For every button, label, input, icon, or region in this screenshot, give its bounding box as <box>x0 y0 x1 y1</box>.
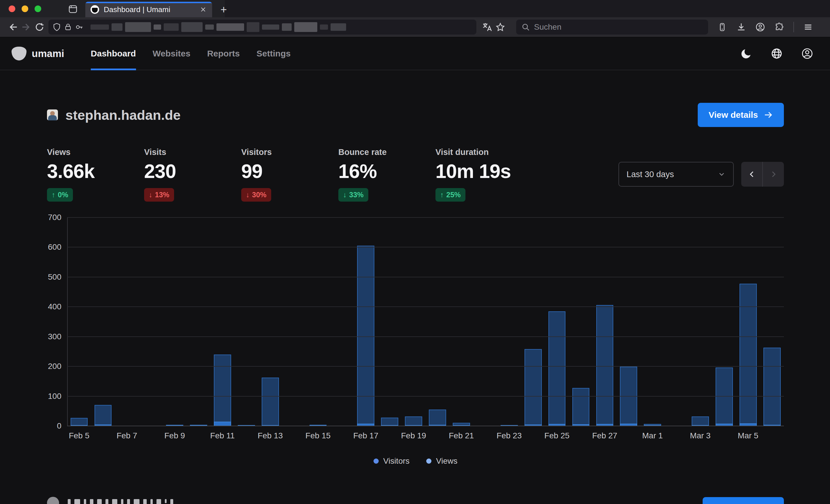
day-slot-feb-23 <box>497 217 521 426</box>
day-slot-mar-5 <box>736 217 760 426</box>
metric-value: 99 <box>241 160 338 182</box>
change-badge: ↓33% <box>338 188 368 202</box>
tab-close-icon[interactable] <box>199 6 207 13</box>
menu-icon[interactable] <box>801 21 815 34</box>
views-bar[interactable] <box>71 418 88 426</box>
extensions-icon[interactable] <box>773 21 786 34</box>
x-tick-label: Feb 7 <box>117 431 137 440</box>
brand[interactable]: umami <box>11 37 64 70</box>
nav-items: DashboardWebsitesReportsSettings <box>91 37 291 70</box>
views-bar[interactable] <box>739 284 757 426</box>
metric-value: 230 <box>144 160 241 182</box>
cutoff-letter-shape <box>90 499 93 504</box>
devices-icon[interactable] <box>715 21 729 34</box>
day-slot-feb-22 <box>473 217 497 426</box>
date-filter: Last 30 days <box>618 162 784 187</box>
previous-period-button[interactable] <box>741 162 762 187</box>
x-tick-label: Feb 11 <box>210 431 234 440</box>
views-bar[interactable] <box>596 305 613 426</box>
visitors-bar[interactable] <box>214 422 231 426</box>
views-bar[interactable] <box>524 349 542 426</box>
account-icon[interactable] <box>754 21 767 34</box>
language-globe-icon[interactable] <box>771 47 783 60</box>
redacted-block <box>154 25 161 30</box>
close-window-button[interactable] <box>9 5 15 12</box>
views-bar[interactable] <box>572 388 589 426</box>
chart-legend: VisitorsViews <box>47 457 784 466</box>
browser-titlebar: Dashboard | Umami + <box>0 0 830 17</box>
metric-value: 16% <box>338 160 436 182</box>
views-bar[interactable] <box>405 416 422 426</box>
redacted-block <box>111 23 123 31</box>
nav-item-settings[interactable]: Settings <box>256 37 290 70</box>
metric-views: Views3.66k↑0% <box>47 147 144 202</box>
view-details-button[interactable]: View details <box>698 103 784 127</box>
second-view-details-button[interactable] <box>703 497 784 504</box>
date-range-dropdown[interactable]: Last 30 days <box>618 162 734 187</box>
legend-item-visitors[interactable]: Visitors <box>374 457 410 466</box>
cutoff-letter-shape <box>157 499 161 504</box>
metrics-band: Views3.66k↑0%Visits230↓13%Visitors99↓30%… <box>47 147 784 202</box>
day-slot-feb-7 <box>115 217 139 426</box>
views-bar[interactable] <box>262 377 279 426</box>
legend-item-views[interactable]: Views <box>426 457 457 466</box>
nav-item-websites[interactable]: Websites <box>153 37 191 70</box>
day-slot-mar-1 <box>641 217 665 426</box>
cutoff-letter-shape <box>84 499 86 504</box>
tab-title: Dashboard | Umami <box>104 5 196 14</box>
views-bar[interactable] <box>692 416 709 426</box>
x-tick-label: Feb 15 <box>306 431 330 440</box>
translate-icon[interactable] <box>480 21 494 34</box>
back-icon[interactable] <box>6 21 20 34</box>
views-bar[interactable] <box>715 368 733 426</box>
views-bar[interactable] <box>214 355 231 426</box>
forward-icon[interactable] <box>20 21 33 34</box>
search-bar[interactable]: Suchen <box>516 20 708 35</box>
views-bar[interactable] <box>763 348 781 426</box>
lock-icon[interactable] <box>64 23 72 31</box>
browser-tab[interactable]: Dashboard | Umami <box>85 2 212 17</box>
views-bar[interactable] <box>548 311 566 426</box>
views-bar[interactable] <box>429 409 446 426</box>
shield-icon[interactable] <box>53 23 61 31</box>
day-slot-feb-28 <box>617 217 641 426</box>
views-bar[interactable] <box>381 417 398 426</box>
change-value: 25% <box>446 191 461 199</box>
y-tick-label: 400 <box>48 302 61 311</box>
key-icon[interactable] <box>75 23 84 31</box>
minimize-window-button[interactable] <box>22 5 28 12</box>
theme-moon-icon[interactable] <box>741 48 752 59</box>
url-bar[interactable] <box>49 20 476 35</box>
change-badge: ↑0% <box>47 188 73 202</box>
downloads-icon[interactable] <box>735 21 748 34</box>
arrow-down-icon: ↓ <box>246 191 250 199</box>
profile-icon[interactable] <box>801 47 813 60</box>
x-tick-label: Feb 17 <box>353 431 378 440</box>
views-bar[interactable] <box>95 405 112 426</box>
nav-item-reports[interactable]: Reports <box>207 37 240 70</box>
date-range-value: Last 30 days <box>627 170 674 179</box>
redacted-block <box>164 23 179 31</box>
views-bar[interactable] <box>357 246 374 426</box>
day-slot-feb-15 <box>306 217 330 426</box>
legend-dot-icon <box>374 459 379 464</box>
window-controls <box>9 5 41 12</box>
bookmark-star-icon[interactable] <box>494 21 507 34</box>
new-tab-button[interactable]: + <box>218 4 229 15</box>
day-slot-feb-9 <box>163 217 187 426</box>
change-badge: ↓13% <box>144 188 174 202</box>
day-slot-mar-3 <box>689 217 712 426</box>
visitors-chart: 0100200300400500600700 <box>67 217 784 426</box>
day-slot-feb-12 <box>234 217 258 426</box>
second-website-title-cutoff <box>68 499 173 504</box>
firefox-view-icon[interactable] <box>68 4 78 14</box>
nav-item-dashboard[interactable]: Dashboard <box>91 37 136 70</box>
change-value: 13% <box>155 191 169 199</box>
metric-value: 10m 19s <box>436 160 533 182</box>
umami-logo-icon <box>11 47 27 61</box>
reload-icon[interactable] <box>33 21 46 34</box>
x-tick-label: Feb 19 <box>401 431 426 440</box>
maximize-window-button[interactable] <box>35 5 41 12</box>
day-slot-feb-24 <box>521 217 545 426</box>
next-period-button[interactable] <box>763 162 784 187</box>
